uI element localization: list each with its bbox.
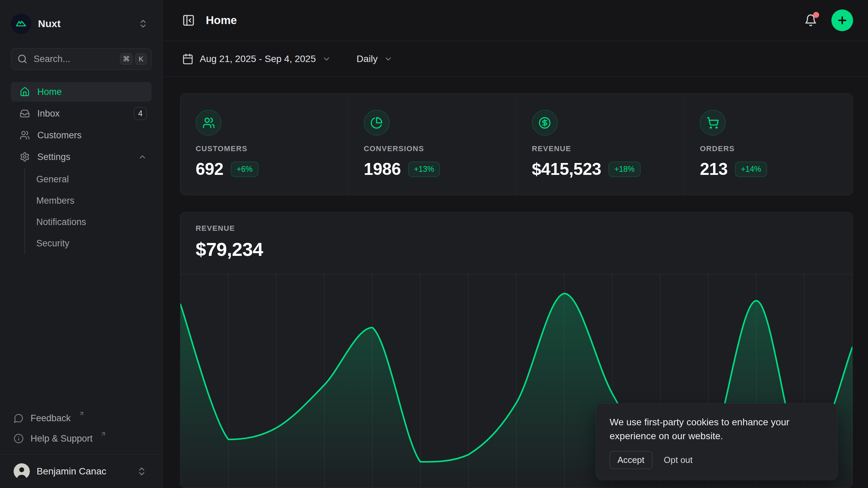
search-placeholder: Search... — [34, 54, 114, 64]
accept-button[interactable]: Accept — [610, 451, 652, 469]
chevrons-up-down-icon — [137, 466, 147, 476]
stat-card-customers[interactable]: CUSTOMERS 692 +6% — [180, 94, 348, 195]
stat-label: CUSTOMERS — [196, 144, 348, 153]
pie-chart-icon — [364, 110, 390, 136]
chevron-up-icon — [138, 152, 147, 161]
sidebar-item-members[interactable]: Members — [25, 190, 152, 211]
sidebar-spacer — [0, 254, 162, 409]
cookie-message: We use first-party cookies to enhance yo… — [610, 415, 824, 443]
sidebar-item-label: Inbox — [37, 108, 126, 119]
sub-item-label: Security — [36, 238, 70, 249]
sub-item-label: Members — [36, 196, 75, 206]
revenue-panel-label: REVENUE — [196, 224, 852, 233]
date-range-label: Aug 21, 2025 - Sep 4, 2025 — [200, 54, 316, 64]
sidebar-item-label: Home — [37, 87, 147, 97]
feedback-link[interactable]: Feedback — [11, 409, 152, 429]
search-icon — [17, 54, 27, 64]
notification-dot — [813, 12, 819, 18]
stat-card-orders[interactable]: ORDERS 213 +14% — [684, 94, 852, 195]
stat-card-conversions[interactable]: CONVERSIONS 1986 +13% — [348, 94, 516, 195]
cookie-banner: We use first-party cookies to enhance yo… — [596, 403, 838, 480]
message-circle-icon — [14, 413, 24, 423]
search-input[interactable]: Search... ⌘ K — [11, 48, 152, 70]
help-support-label: Help & Support — [31, 433, 93, 444]
notifications-button[interactable] — [802, 12, 819, 29]
sidebar-item-home[interactable]: Home — [11, 82, 152, 102]
feedback-label: Feedback — [31, 413, 71, 424]
header-left: Home — [180, 12, 802, 29]
stat-value: $415,523 — [532, 159, 601, 179]
shopping-cart-icon — [700, 110, 726, 136]
external-link-icon — [100, 431, 106, 437]
calendar-icon — [182, 53, 194, 65]
sidebar-item-notifications[interactable]: Notifications — [25, 211, 152, 233]
sidebar-item-customers[interactable]: Customers — [11, 125, 152, 145]
page-header: Home — [163, 0, 868, 41]
granularity-label: Daily — [357, 54, 378, 64]
dollar-circle-icon — [532, 110, 558, 136]
chevron-down-icon — [384, 55, 393, 63]
sidebar-item-label: Customers — [37, 130, 147, 141]
users-icon — [196, 110, 221, 136]
kbd-k: K — [135, 53, 147, 65]
help-support-link[interactable]: Help & Support — [11, 429, 152, 449]
collapse-sidebar-button[interactable] — [180, 12, 197, 29]
stat-label: ORDERS — [700, 144, 852, 153]
plus-icon — [836, 15, 848, 26]
inbox-icon — [20, 108, 30, 119]
chevrons-up-down-icon — [138, 19, 148, 29]
revenue-panel-value: $79,234 — [196, 238, 852, 260]
external-link-icon — [78, 410, 85, 417]
date-range-picker[interactable]: Aug 21, 2025 - Sep 4, 2025 — [180, 53, 333, 65]
sidebar-nav: Home Inbox 4 Customers Settings General … — [11, 82, 152, 254]
stat-delta-badge: +18% — [609, 162, 640, 177]
chevron-down-icon — [322, 55, 331, 63]
page-title: Home — [206, 14, 237, 27]
workspace-name: Nuxt — [38, 18, 131, 29]
gear-icon — [20, 152, 30, 162]
search-shortcut: ⌘ K — [120, 53, 147, 65]
kbd-cmd: ⌘ — [120, 53, 133, 65]
sidebar-item-settings[interactable]: Settings — [11, 147, 152, 167]
stat-label: CONVERSIONS — [364, 144, 516, 153]
granularity-select[interactable]: Daily — [355, 53, 395, 65]
sidebar-item-general[interactable]: General — [25, 169, 152, 190]
home-icon — [20, 87, 30, 97]
stat-value: 692 — [196, 159, 223, 179]
stat-value: 1986 — [364, 159, 401, 179]
opt-out-button[interactable]: Opt out — [662, 451, 695, 469]
workspace-switcher[interactable]: Nuxt — [11, 13, 152, 35]
settings-subnav: General Members Notifications Security — [24, 169, 152, 254]
user-menu[interactable]: Benjamin Canac — [0, 454, 162, 488]
add-button[interactable] — [831, 9, 853, 31]
sidebar-item-inbox[interactable]: Inbox 4 — [11, 104, 152, 123]
user-name: Benjamin Canac — [37, 466, 130, 477]
avatar — [14, 463, 30, 480]
users-icon — [20, 130, 30, 140]
sub-item-label: General — [36, 174, 69, 185]
stats-panel: CUSTOMERS 692 +6% CONVERSIONS 1986 +13% — [180, 93, 853, 195]
stat-delta-badge: +14% — [735, 162, 767, 177]
nuxt-logo-icon — [11, 14, 31, 34]
stat-delta-badge: +6% — [231, 162, 258, 177]
sidebar-item-security[interactable]: Security — [25, 233, 152, 254]
sub-item-label: Notifications — [36, 217, 86, 227]
sidebar-footer: Feedback Help & Support — [11, 409, 152, 449]
stat-delta-badge: +13% — [408, 162, 440, 177]
sidebar-item-label: Settings — [37, 152, 131, 162]
stat-label: REVENUE — [532, 144, 685, 153]
panel-left-close-icon — [182, 14, 195, 27]
stat-value: 213 — [700, 159, 728, 179]
inbox-count-badge: 4 — [134, 107, 147, 120]
toolbar: Aug 21, 2025 - Sep 4, 2025 Daily — [163, 41, 868, 77]
cookie-actions: Accept Opt out — [610, 451, 824, 469]
stat-card-revenue[interactable]: REVENUE $415,523 +18% — [516, 94, 685, 195]
info-icon — [14, 433, 24, 444]
sidebar: Nuxt Search... ⌘ K Home Inbox 4 Cu — [0, 0, 163, 488]
